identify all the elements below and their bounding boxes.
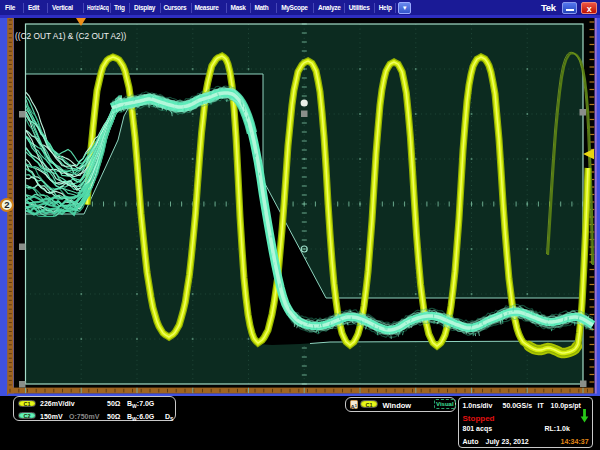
svg-text:2: 2 (4, 199, 9, 210)
svg-text:((C2 OUT A1) & (C2 OUT A2)): ((C2 OUT A1) & (C2 OUT A2)) (15, 31, 126, 41)
